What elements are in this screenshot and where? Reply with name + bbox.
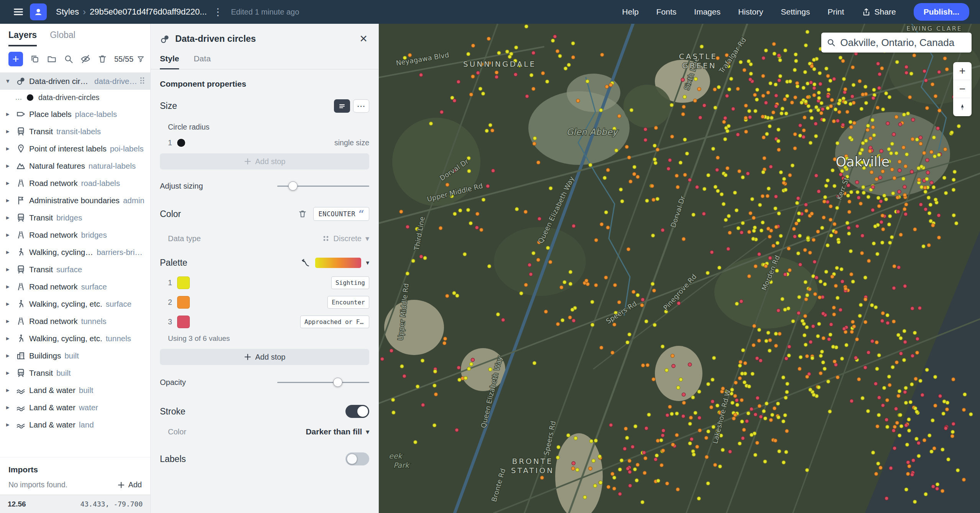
layer-row[interactable]: ▸Land & waterbuilt bbox=[0, 381, 150, 399]
radius-stop-swatch[interactable] bbox=[177, 139, 185, 147]
expand-icon[interactable]: ▸ bbox=[6, 334, 16, 342]
expand-icon[interactable]: ▸ bbox=[6, 162, 16, 170]
size-options-button[interactable]: ⋯ bbox=[353, 99, 369, 113]
expand-icon[interactable]: ▸ bbox=[6, 265, 16, 273]
mapbox-logo[interactable] bbox=[30, 3, 47, 20]
data-type-value: Discrete bbox=[334, 234, 362, 243]
color-field-chip[interactable]: ENCOUNTER “ bbox=[313, 207, 369, 221]
layer-row[interactable]: ▸Road networktunnels bbox=[0, 312, 150, 330]
style-id[interactable]: 29b5e0e071d4f76d0aff9d220... bbox=[90, 7, 207, 17]
inspect-layer-icon[interactable] bbox=[64, 53, 74, 65]
expand-icon[interactable]: ▸ bbox=[6, 179, 16, 187]
stroke-color-select[interactable]: Darker than fill ▾ bbox=[306, 427, 369, 436]
adjust-sizing-slider[interactable] bbox=[277, 179, 369, 192]
nav-help[interactable]: Help bbox=[622, 7, 639, 16]
imports-add-button[interactable]: Add bbox=[117, 480, 142, 489]
nav-print[interactable]: Print bbox=[827, 7, 844, 16]
layer-row[interactable]: ▸Walking, cycling, etc.tunnels bbox=[0, 330, 150, 347]
layer-row[interactable]: ▸Place labelsplace-labels bbox=[0, 105, 150, 123]
expand-icon[interactable]: ▸ bbox=[6, 403, 16, 411]
layer-row[interactable]: ▸Buildingsbuilt bbox=[0, 347, 150, 364]
publish-button[interactable]: Publish... bbox=[914, 3, 969, 21]
nav-settings[interactable]: Settings bbox=[781, 7, 810, 16]
group-folder-icon[interactable] bbox=[47, 53, 57, 65]
tab-layers[interactable]: Layers bbox=[8, 30, 37, 46]
layer-child-row[interactable]: ...data-driven-circles bbox=[0, 90, 150, 105]
slider-knob[interactable] bbox=[288, 181, 298, 191]
share-button[interactable]: Share bbox=[862, 7, 896, 16]
expand-icon[interactable]: ▸ bbox=[6, 248, 16, 256]
layer-row[interactable]: ▾Data-driven circlesdata-driven-ci bbox=[0, 72, 150, 90]
expand-icon[interactable]: ▸ bbox=[6, 110, 16, 118]
ramp-function-icon[interactable] bbox=[301, 258, 311, 268]
expand-icon[interactable]: ▸ bbox=[6, 352, 16, 360]
close-icon[interactable]: ✕ bbox=[358, 31, 369, 46]
clear-field-trash-icon[interactable] bbox=[298, 209, 307, 219]
add-layer-button[interactable]: + bbox=[8, 52, 23, 66]
tab-global[interactable]: Global bbox=[50, 30, 75, 46]
layer-row[interactable]: ▸Land & waterland bbox=[0, 416, 150, 433]
search-input[interactable] bbox=[840, 37, 966, 49]
compass-button[interactable] bbox=[953, 98, 972, 116]
layer-row[interactable]: ▸Transitbridges bbox=[0, 209, 150, 226]
opacity-slider[interactable] bbox=[277, 376, 369, 389]
filter-icon[interactable] bbox=[136, 55, 145, 63]
zoom-out-button[interactable]: − bbox=[953, 80, 972, 98]
layer-row[interactable]: ▸Walking, cycling, etc.barriers-bridges bbox=[0, 243, 150, 261]
tab-style[interactable]: Style bbox=[160, 51, 179, 69]
map-canvas[interactable]: Neyagawa BlvdSixth LineTrafalgar RdUpper… bbox=[379, 24, 980, 513]
layer-row[interactable]: ▸Road networkbridges bbox=[0, 226, 150, 243]
layer-row[interactable]: ▸Transitbuilt bbox=[0, 364, 150, 381]
expand-icon[interactable]: ▸ bbox=[6, 283, 16, 291]
layer-row[interactable]: ▸Administrative boundariesadmin bbox=[0, 192, 150, 209]
layer-row[interactable]: ▸Land & waterwater bbox=[0, 399, 150, 416]
menu-icon[interactable] bbox=[11, 4, 26, 20]
color-swatch[interactable] bbox=[177, 296, 190, 309]
add-size-stop-button[interactable]: Add stop bbox=[160, 153, 369, 169]
expand-icon[interactable]: ▸ bbox=[6, 369, 16, 377]
layer-row[interactable]: ▸Point of interest labelspoi-labels bbox=[0, 140, 150, 157]
expand-icon[interactable]: ▸ bbox=[6, 300, 16, 308]
expand-icon[interactable]: ▸ bbox=[6, 231, 16, 239]
collapse-icon[interactable]: ▾ bbox=[6, 77, 16, 85]
value-list-button[interactable] bbox=[334, 99, 350, 113]
value-chip[interactable]: Encounter bbox=[327, 296, 369, 309]
value-chip[interactable]: Approached or Foll… bbox=[300, 316, 369, 328]
expand-icon[interactable]: ▸ bbox=[6, 214, 16, 222]
style-menu-icon[interactable]: ⋮ bbox=[213, 6, 223, 18]
map-area[interactable]: Neyagawa BlvdSixth LineTrafalgar RdUpper… bbox=[379, 24, 980, 513]
nav-images[interactable]: Images bbox=[694, 7, 720, 16]
delete-layer-icon[interactable] bbox=[97, 53, 107, 65]
layer-row[interactable]: ▸Walking, cycling, etc.surface bbox=[0, 295, 150, 312]
expand-icon[interactable]: ▸ bbox=[6, 317, 16, 325]
layer-row[interactable]: ▸Road networkroad-labels bbox=[0, 174, 150, 192]
expand-icon[interactable]: ▸ bbox=[6, 386, 16, 394]
geocoder-search[interactable] bbox=[821, 33, 972, 53]
layer-row[interactable]: ▸Transittransit-labels bbox=[0, 123, 150, 140]
palette-gradient-swatch[interactable] bbox=[315, 258, 361, 268]
hide-layer-icon[interactable] bbox=[81, 53, 90, 65]
drag-handle-icon[interactable] bbox=[140, 77, 145, 86]
expand-icon[interactable]: ▸ bbox=[6, 196, 16, 204]
zoom-in-button[interactable]: + bbox=[953, 62, 972, 80]
labels-toggle[interactable] bbox=[345, 452, 369, 465]
tab-data[interactable]: Data bbox=[194, 51, 210, 69]
expand-icon[interactable]: ▸ bbox=[6, 127, 16, 135]
slider-knob[interactable] bbox=[333, 378, 342, 387]
stroke-toggle[interactable] bbox=[345, 405, 369, 418]
nav-fonts[interactable]: Fonts bbox=[656, 7, 677, 16]
expand-icon[interactable]: ▸ bbox=[6, 145, 16, 153]
breadcrumb-styles[interactable]: Styles bbox=[56, 7, 79, 17]
layer-row[interactable]: ▸Natural featuresnatural-labels bbox=[0, 157, 150, 174]
add-palette-stop-button[interactable]: Add stop bbox=[160, 349, 369, 365]
color-swatch[interactable] bbox=[177, 316, 190, 328]
duplicate-layer-icon[interactable] bbox=[30, 53, 40, 65]
color-swatch[interactable] bbox=[177, 276, 190, 289]
value-chip[interactable]: Sighting bbox=[331, 276, 369, 289]
nav-history[interactable]: History bbox=[738, 7, 763, 16]
chevron-down-icon[interactable]: ▾ bbox=[366, 259, 369, 267]
layer-row[interactable]: ▸Road networksurface bbox=[0, 278, 150, 295]
layer-row[interactable]: ▸Transitsurface bbox=[0, 261, 150, 278]
data-type-select[interactable]: Discrete ▾ bbox=[322, 234, 369, 243]
expand-icon[interactable]: ▸ bbox=[6, 421, 16, 429]
